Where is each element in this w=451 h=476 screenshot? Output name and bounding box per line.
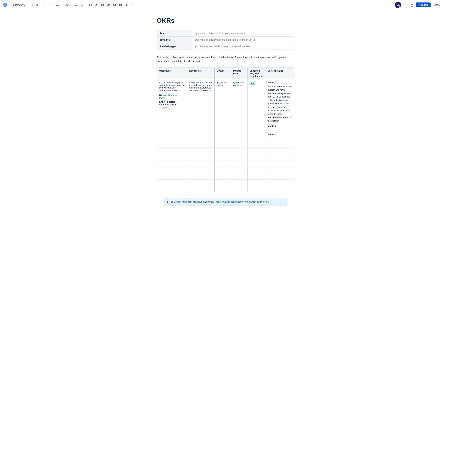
info-table-row: Team @mention names or link to your team… <box>157 30 294 37</box>
svg-rect-26 <box>125 4 126 6</box>
info-table-row: Related pages Add links to past OKRs or … <box>157 43 294 50</box>
align-group: ▾ <box>55 2 62 8</box>
svg-rect-8 <box>75 6 77 6</box>
svg-point-19 <box>114 5 114 5</box>
svg-rect-14 <box>81 6 83 6</box>
col-header-objectives: Objectives <box>157 68 187 79</box>
info-table: Team @mention names or link to your team… <box>157 30 294 50</box>
col-header-status: Current status <box>265 68 294 79</box>
bold-button[interactable]: B <box>34 2 40 8</box>
more-format-button[interactable]: ··· <box>46 2 52 8</box>
toolbar: Heading 2 ▾ B I ··· ▾ A ▾ 1.2.3. <box>0 0 451 10</box>
svg-point-5 <box>75 5 75 5</box>
link-button[interactable] <box>94 2 99 8</box>
info-bar-link[interactable]: https://www.atlassian.com/team-playbook/… <box>216 200 269 203</box>
svg-rect-1 <box>56 5 58 5</box>
okr-sub-row <box>157 141 294 148</box>
columns-button[interactable] <box>124 2 129 8</box>
owner-cell: @mention owner <box>215 79 231 141</box>
logo-icon <box>3 2 8 7</box>
mention-button[interactable]: @ <box>106 2 111 8</box>
description-text: Plot out each objective and the expected… <box>157 55 294 63</box>
info-table-value: @mention names or link to your team's sp… <box>192 30 294 37</box>
svg-point-17 <box>102 4 102 5</box>
emoji-button[interactable] <box>112 2 117 8</box>
chevron-down-icon: ▾ <box>24 4 25 6</box>
info-table-row: Timeline Use /date to quickly add the da… <box>157 37 294 43</box>
score-cell: 1.0 <box>248 79 265 141</box>
month2-text: ... <box>267 128 292 131</box>
bullet-list-button[interactable] <box>73 2 79 8</box>
info-bar-text: For OKR pro tips from Atlassian teams vi… <box>170 200 214 203</box>
col-header-partner: Partner with <box>231 68 247 79</box>
okr-row-1: e.g., Create a delightful and helpful ex… <box>157 79 294 141</box>
avatar-badge: G <box>399 6 402 8</box>
okr-row-3 <box>157 173 294 179</box>
svg-rect-0 <box>56 4 59 4</box>
divider-1 <box>32 3 33 7</box>
avatar-text: CK <box>397 4 400 6</box>
insert-more-button[interactable]: + ▾ <box>130 2 135 8</box>
month3-text: ... <box>267 137 292 140</box>
svg-rect-4 <box>75 4 77 4</box>
align-chevron-icon: ▾ <box>61 4 62 6</box>
heading-selector[interactable]: Heading 2 ▾ <box>10 3 31 7</box>
add-collaborator-button[interactable]: + <box>403 2 408 7</box>
col-header-score: Expected EoQ key result score <box>248 68 265 79</box>
task-button[interactable] <box>88 2 93 8</box>
text-format-group: B I ··· <box>34 2 52 8</box>
divider-5 <box>86 3 86 7</box>
okr-sub-row <box>157 148 294 154</box>
more-options-button[interactable]: ··· <box>443 2 448 8</box>
okr-sub-row <box>157 186 294 192</box>
info-bar: ℹ For OKR pro tips from Atlassian teams … <box>164 198 287 206</box>
page-content: OKRs Team @mention names or link to your… <box>146 10 305 220</box>
svg-rect-28 <box>411 5 413 6</box>
objective-text: e.g., Create a delightful and helpful ex… <box>159 81 185 92</box>
okr-table-header-row: Objectives Key results Owner Partner wit… <box>157 68 294 79</box>
image-button[interactable] <box>100 2 105 8</box>
info-table-value: Use /date to quickly add the date range … <box>192 37 294 43</box>
svg-text:3.: 3. <box>81 5 81 6</box>
lock-icon[interactable] <box>409 2 415 8</box>
info-table-value: Add links to past OKRs or any other key … <box>192 43 294 50</box>
avatar-button[interactable]: CK G <box>395 2 401 8</box>
svg-rect-21 <box>119 4 122 6</box>
okr-sub-row <box>157 179 294 186</box>
table-button[interactable] <box>118 2 123 8</box>
col-header-owner: Owner <box>215 68 231 79</box>
okr-sub-row <box>157 160 294 167</box>
okr-sub-row <box>157 167 294 173</box>
info-icon: ℹ <box>167 200 168 203</box>
col-header-keyresults: Key results <box>187 68 215 79</box>
insert-group: @ + ▾ <box>88 2 135 8</box>
svg-rect-6 <box>75 5 77 5</box>
svg-rect-27 <box>127 4 128 6</box>
status-cell: Month 1 We are 1 month into the quarter … <box>265 79 294 141</box>
close-button[interactable]: Close <box>432 2 441 7</box>
eoq-field: End-of-quarter objective score: 0.0–1.0 <box>159 101 185 109</box>
list-group: 1.2.3. <box>73 2 85 8</box>
text-color-button[interactable]: A ▾ <box>64 2 70 8</box>
toolbar-right: CK G + Publish Close ··· <box>395 2 448 8</box>
align-button[interactable] <box>55 2 60 8</box>
info-table-label: Timeline <box>157 37 192 43</box>
heading-selector-label: Heading 2 <box>12 4 23 6</box>
svg-rect-10 <box>81 4 83 4</box>
owner-field: Owner: @mention owner <box>159 94 185 99</box>
info-table-label: Team <box>157 30 192 37</box>
partner-cell: @mention partners <box>231 79 247 141</box>
italic-button[interactable]: I <box>40 2 46 8</box>
svg-point-20 <box>115 5 115 5</box>
okr-row-2 <box>157 154 294 160</box>
month2-heading: Month 2 <box>267 125 292 127</box>
month3-heading: Month 3 <box>267 133 292 136</box>
svg-point-3 <box>75 4 75 4</box>
ordered-list-button[interactable]: 1.2.3. <box>79 2 85 8</box>
svg-point-7 <box>75 5 75 6</box>
svg-rect-2 <box>56 6 59 6</box>
key-results-cell: Decrease iOS "launch to send first messa… <box>187 79 215 141</box>
svg-rect-12 <box>81 5 83 5</box>
publish-button[interactable]: Publish <box>416 2 431 7</box>
page-title: OKRs <box>157 17 294 24</box>
